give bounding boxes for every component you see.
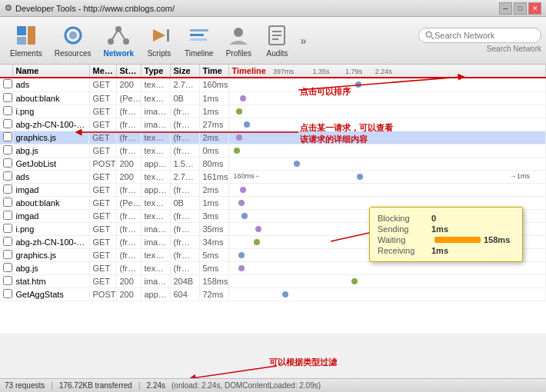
row-checkbox[interactable] — [3, 171, 12, 181]
row-time: 2ms — [199, 184, 228, 197]
tooltip-blocking-label: Blocking — [378, 214, 431, 223]
row-checkbox[interactable] — [3, 263, 12, 272]
row-checkbox[interactable] — [3, 211, 12, 220]
svg-rect-0 — [17, 26, 26, 35]
row-status: (fr… — [116, 236, 141, 249]
row-type: tex… — [141, 249, 170, 262]
timeline-button[interactable]: Timeline — [179, 19, 218, 61]
window-title: Developer Tools - http://www.cnblogs.com… — [15, 4, 175, 13]
row-checkbox[interactable] — [3, 106, 12, 115]
network-button[interactable]: Network — [98, 19, 139, 61]
row-size: 604 — [170, 288, 199, 301]
minimize-button[interactable]: ─ — [499, 2, 512, 15]
requests-count: 73 requests — [5, 381, 45, 390]
row-type: ima… — [141, 275, 170, 288]
resources-button[interactable]: Resources — [49, 19, 97, 61]
row-checkbox[interactable] — [3, 224, 12, 233]
name-col-header[interactable]: Name — [12, 65, 89, 78]
row-checkbox[interactable] — [3, 158, 12, 168]
row-checkbox[interactable] — [3, 250, 12, 259]
elements-button[interactable]: Elements — [5, 19, 48, 61]
table-row[interactable]: adsGET200tex…2.7…161ms 160ms← →1ms — [0, 171, 546, 184]
close-button[interactable]: ✕ — [528, 2, 541, 15]
timeline-label: Timeline — [185, 49, 213, 58]
row-status: (fr… — [116, 105, 141, 118]
profiles-icon — [226, 23, 251, 48]
row-method: GET — [89, 105, 116, 118]
table-row[interactable]: GetAggStatsPOST200app…60472ms — [0, 288, 546, 301]
timeline-markers: 397ms 1.35s 1.79s 2.24s — [273, 68, 392, 75]
sep1: | — [51, 381, 53, 390]
method-col-header[interactable]: Me… — [89, 65, 116, 78]
row-size: (fr… — [170, 249, 199, 262]
row-time: 80ms — [199, 158, 228, 171]
row-method: GET — [89, 262, 116, 275]
row-checkbox[interactable] — [3, 276, 12, 285]
svg-point-15 — [234, 28, 243, 37]
row-timeline — [228, 91, 546, 105]
row-timeline — [228, 262, 546, 275]
table-wrap: Name Me… St… Type Size Time Timeline 397… — [0, 65, 546, 334]
table-row[interactable]: abg.jsGET(fr…tex…(fr…5ms — [0, 262, 546, 275]
row-checkbox[interactable] — [3, 79, 12, 88]
row-checkbox[interactable] — [3, 184, 12, 194]
table-row[interactable]: imgadGET(fr…app…(fr…2ms — [0, 184, 546, 197]
more-tools-button[interactable]: » — [297, 32, 309, 50]
timeline-col-header[interactable]: Timeline 397ms 1.35s 1.79s 2.24s — [228, 65, 546, 78]
row-time: 0ms — [199, 145, 228, 158]
status-col-header[interactable]: St… — [116, 65, 141, 78]
type-col-header[interactable]: Type — [141, 65, 170, 78]
row-status: (fr… — [116, 262, 141, 275]
row-checkbox[interactable] — [3, 132, 12, 141]
row-type: tex… — [141, 197, 170, 210]
scripts-button[interactable]: Scripts — [141, 19, 178, 61]
row-checkbox[interactable] — [3, 237, 12, 246]
size-col-header[interactable]: Size — [170, 65, 199, 78]
row-status: 200 — [116, 78, 141, 91]
audits-label: Audits — [266, 49, 288, 58]
row-checkbox[interactable] — [3, 145, 12, 154]
table-body-container[interactable]: adsGET200tex…2.7…160msabout:blankGET(Pe…… — [0, 78, 546, 334]
svg-rect-11 — [167, 29, 169, 42]
row-name: about:blank — [12, 91, 89, 105]
row-type: ima… — [141, 223, 170, 236]
filter-annotation: 可以根据类型过滤 — [269, 357, 337, 368]
row-time: 1ms — [199, 197, 228, 210]
row-type: ima… — [141, 236, 170, 249]
row-time: 1ms — [199, 105, 228, 118]
row-checkbox[interactable] — [3, 93, 12, 102]
maximize-button[interactable]: □ — [514, 2, 527, 15]
search-input[interactable] — [434, 31, 534, 40]
app-icon: ⚙ — [5, 3, 12, 13]
row-checkbox[interactable] — [3, 119, 12, 128]
row-method: GET — [89, 275, 116, 288]
search-label: Search Network — [487, 45, 541, 53]
svg-line-8 — [111, 29, 118, 42]
table-row[interactable]: about:blankGET(Pe…tex…0B1ms — [0, 91, 546, 105]
table-row[interactable]: adsGET200tex…2.7…160ms — [0, 78, 546, 91]
row-status: 200 — [116, 288, 141, 301]
row-checkbox[interactable] — [3, 198, 12, 207]
table-row[interactable]: GetJobListPOST200app…1.5…80ms — [0, 158, 546, 171]
network-icon — [106, 23, 131, 48]
table-row[interactable]: i.pngGET(fr…ima…(fr…1ms — [0, 105, 546, 118]
row-size: 2.7… — [170, 171, 199, 184]
row-size: (fr… — [170, 131, 199, 145]
row-method: GET — [89, 249, 116, 262]
table-row[interactable]: graphics.jsGET(fr…tex…(fr…2ms — [0, 131, 546, 145]
audits-button[interactable]: Audits — [258, 19, 295, 61]
scripts-label: Scripts — [148, 49, 171, 58]
tooltip-receiving-value: 1ms — [431, 246, 448, 255]
profiles-button[interactable]: Profiles — [220, 19, 257, 61]
svg-rect-2 — [28, 26, 35, 45]
table-row[interactable]: abg.jsGET(fr…tex…(fr…0ms — [0, 145, 546, 158]
tooltip-blocking-value: 0 — [431, 214, 436, 223]
row-name: imgad — [12, 184, 89, 197]
table-row[interactable]: stat.htmGET200ima…204B158ms — [0, 275, 546, 288]
search-input-wrap[interactable] — [418, 28, 541, 43]
table-row[interactable]: abg-zh-CN-100-…GET(fr…ima…(fr…27ms — [0, 118, 546, 131]
row-status: 200 — [116, 171, 141, 184]
tooltip-waiting-row: Waiting 158ms — [378, 235, 514, 244]
row-checkbox[interactable] — [3, 289, 12, 298]
time-col-header[interactable]: Time — [199, 65, 228, 78]
